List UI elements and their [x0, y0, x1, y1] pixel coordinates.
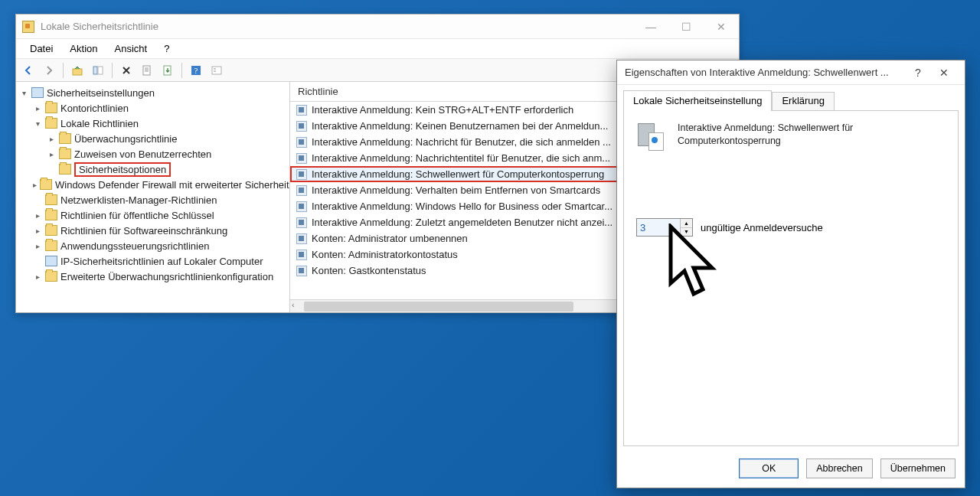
policy-icon — [296, 153, 307, 164]
expand-icon[interactable]: ▸ — [33, 242, 42, 250]
cancel-button[interactable]: Abbrechen — [806, 458, 872, 478]
policy-icon — [296, 266, 307, 276]
forward-button[interactable] — [40, 61, 58, 80]
expand-icon[interactable]: ▸ — [33, 227, 42, 235]
spinner-up-button[interactable]: ▲ — [681, 219, 692, 228]
tab-erklaerung[interactable]: Erklärung — [772, 92, 835, 113]
threshold-input[interactable] — [637, 219, 680, 236]
policy-icon — [296, 121, 307, 132]
tree-item-sicherheitsoptionen[interactable]: ▸Sicherheitsoptionen — [47, 162, 289, 177]
app-icon — [22, 21, 34, 33]
svg-rect-0 — [73, 69, 82, 75]
policy-icon — [636, 122, 667, 152]
tree-item-ueberwachungsrichtlinie[interactable]: ▸Überwachungsrichtlinie — [47, 131, 289, 146]
menu-aktion[interactable]: Aktion — [62, 41, 105, 56]
up-level-button[interactable] — [68, 61, 87, 80]
folder-icon — [59, 164, 71, 175]
folder-icon — [59, 148, 71, 159]
tree-item-zuweisen-benutzerrechten[interactable]: ▸Zuweisen von Benutzerrechten — [47, 146, 289, 162]
dialog-titlebar[interactable]: Eigenschaften von Interaktive Anmeldung:… — [617, 60, 965, 85]
expand-icon[interactable]: ▸ — [33, 272, 42, 281]
dialog-tabs: Lokale Sicherheitseinstellung Erklärung — [617, 85, 965, 110]
tree-item-windows-defender-firewall[interactable]: ▸Windows Defender Firewall mit erweitert… — [33, 177, 289, 192]
folder-icon — [45, 271, 57, 282]
tree-item-netzwerklisten[interactable]: ▸Netzwerklisten-Manager-Richtlinien — [33, 192, 289, 207]
tree-item-erweiterte-ueberwachung[interactable]: ▸Erweiterte Überwachungsrichtlinienkonfi… — [33, 269, 289, 284]
policy-label: Interaktive Anmeldung: Nachricht für Ben… — [312, 136, 611, 148]
expand-icon[interactable]: ▸ — [33, 181, 37, 189]
policy-icon — [296, 233, 307, 244]
collapse-icon[interactable]: ▾ — [19, 89, 28, 97]
toolbar-separator — [181, 63, 182, 78]
policy-label: Interaktive Anmeldung: Nachrichtentitel … — [312, 152, 610, 164]
svg-rect-9 — [214, 70, 216, 72]
svg-rect-7 — [212, 67, 221, 74]
policy-label: Interaktive Anmeldung: Zuletzt angemelde… — [312, 217, 612, 228]
collapse-icon[interactable]: ▾ — [33, 119, 42, 128]
dialog-page: Interaktive Anmeldung: Schwellenwert für… — [623, 110, 959, 446]
expand-icon[interactable]: ▸ — [33, 211, 42, 220]
policy-label: Interaktive Anmeldung: Schwellenwert für… — [312, 168, 604, 180]
delete-button[interactable] — [117, 61, 136, 80]
tree-item-oeffentliche-schluessel[interactable]: ▸Richtlinien für öffentliche Schlüssel — [33, 207, 289, 223]
titlebar[interactable]: Lokale Sicherheitsrichtlinie — ☐ ✕ — [16, 15, 739, 39]
folder-icon — [45, 210, 57, 220]
threshold-row: ▲ ▼ ungültige Anmeldeversuche — [636, 218, 946, 237]
folder-icon — [45, 240, 57, 251]
policy-icon — [296, 217, 307, 228]
menu-help[interactable]: ? — [156, 41, 177, 56]
tree-item-anwendungssteuerung[interactable]: ▸Anwendungssteuerungsrichtlinien — [33, 238, 289, 253]
properties-dialog: Eigenschaften von Interaktive Anmeldung:… — [616, 60, 965, 488]
tree-item-lokale-richtlinien[interactable]: ▾Lokale Richtlinien — [33, 116, 289, 131]
toolbar-separator — [63, 63, 64, 78]
spinner-buttons: ▲ ▼ — [680, 219, 692, 236]
properties-button[interactable] — [138, 61, 156, 80]
policy-icon — [296, 185, 307, 196]
scroll-thumb[interactable] — [304, 302, 573, 312]
spinner-down-button[interactable]: ▼ — [681, 228, 692, 237]
tab-lokale-sicherheitseinstellung[interactable]: Lokale Sicherheitseinstellung — [623, 90, 772, 111]
export-list-button[interactable] — [158, 61, 177, 80]
policy-icon — [296, 137, 307, 148]
expand-icon[interactable]: ▸ — [47, 135, 56, 143]
tree-item-softwareeinschraenkung[interactable]: ▸Richtlinien für Softwareeinschränkung — [33, 223, 289, 238]
show-hide-tree-button[interactable] — [89, 61, 107, 80]
policy-icon — [296, 105, 307, 116]
threshold-label: ungültige Anmeldeversuche — [701, 222, 823, 233]
scroll-left-arrow-icon[interactable]: ‹ — [292, 300, 295, 309]
menu-ansicht[interactable]: Ansicht — [107, 41, 155, 56]
close-button[interactable]: ✕ — [704, 15, 739, 38]
manage-button[interactable] — [207, 61, 226, 80]
dialog-close-button[interactable]: ✕ — [931, 60, 957, 84]
tree-root-label: Sicherheitseinstellungen — [47, 87, 155, 99]
help-button[interactable]: ? — [187, 61, 205, 80]
menu-datei[interactable]: Datei — [22, 41, 60, 56]
toolbar-separator — [112, 63, 113, 78]
back-button[interactable] — [19, 61, 38, 80]
folder-icon — [40, 179, 52, 190]
expand-icon[interactable]: ▸ — [33, 104, 42, 113]
policy-icon — [296, 169, 307, 180]
tree-root[interactable]: ▾ Sicherheitseinstellungen — [19, 85, 289, 100]
svg-text:?: ? — [194, 66, 198, 75]
maximize-button[interactable]: ☐ — [668, 15, 704, 38]
ok-button[interactable]: OK — [739, 458, 799, 478]
policy-label: Interaktive Anmeldung: Verhalten beim En… — [312, 184, 600, 196]
svg-rect-1 — [93, 67, 97, 74]
minimize-button[interactable]: — — [633, 15, 668, 38]
policy-name-label: Interaktive Anmeldung: Schwellenwert für… — [678, 122, 946, 152]
dialog-buttons: OK Abbrechen Übernehmen — [617, 452, 965, 488]
folder-icon — [59, 133, 71, 144]
tree-item-kontorichtlinien[interactable]: ▸Kontorichtlinien — [33, 100, 289, 116]
tree-pane[interactable]: ▾ Sicherheitseinstellungen ▸Kontorichtli… — [16, 82, 290, 312]
dialog-help-button[interactable]: ? — [905, 60, 931, 84]
tree-item-ip-sicherheitsrichtlinien[interactable]: ▸IP-Sicherheitsrichtlinien auf Lokaler C… — [33, 253, 289, 269]
policy-label: Konten: Administrator umbenennen — [312, 233, 468, 244]
svg-rect-8 — [214, 68, 216, 70]
apply-button[interactable]: Übernehmen — [880, 458, 956, 478]
expand-icon[interactable]: ▸ — [47, 150, 56, 158]
dialog-title: Eigenschaften von Interaktive Anmeldung:… — [625, 67, 905, 78]
window-title: Lokale Sicherheitsrichtlinie — [41, 21, 158, 32]
folder-icon — [45, 194, 57, 205]
svg-rect-3 — [143, 66, 150, 75]
